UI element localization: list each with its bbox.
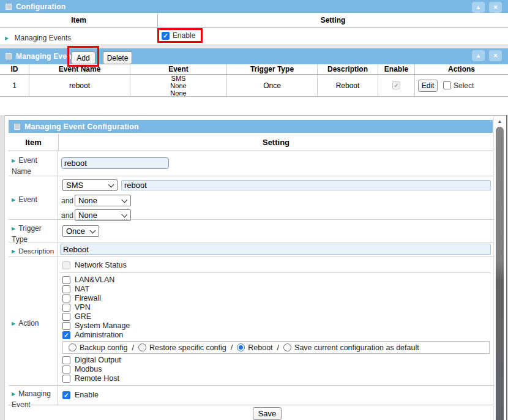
event-label: Event — [18, 195, 37, 204]
restore-config-label: Restore specific config — [149, 343, 226, 352]
event-list-header-row: ID Event Name Event Trigger Type Descrip… — [0, 64, 508, 75]
close-button[interactable]: ✕ — [489, 2, 502, 13]
configuration-column-header-row: Item Setting — [0, 13, 508, 28]
firewall-checkbox[interactable] — [62, 294, 70, 302]
header-trigger-type: Trigger Type — [227, 64, 318, 74]
nat-checkbox[interactable] — [62, 285, 70, 293]
network-status-checkbox — [62, 261, 70, 269]
check-icon: ✓ — [393, 82, 400, 89]
save-default-label: Save current configuration as default — [294, 343, 419, 352]
enable-highlight-box: ✓ Enable — [157, 28, 203, 43]
trigger-type-select[interactable]: Once — [62, 225, 99, 237]
managing-events-enable-checkbox[interactable]: ✓ — [162, 32, 170, 40]
managing-event-item-cell: ▶Managing Event — [9, 386, 58, 405]
check-icon: ✓ — [63, 332, 70, 339]
header-enable: Enable — [378, 64, 415, 74]
description-input[interactable]: Reboot — [60, 244, 491, 255]
action-group-divider — [60, 272, 491, 273]
radio-separator: / — [231, 343, 233, 352]
collapse-button[interactable]: ▲ — [472, 2, 485, 13]
cell-id: 1 — [0, 75, 29, 96]
action-check-row: VPN — [62, 303, 91, 312]
cell-event: SMS None None — [130, 75, 227, 96]
header-event-name: Event Name — [29, 64, 130, 74]
action-check-row: Digital Output — [62, 356, 121, 364]
event-type-select[interactable]: SMS — [62, 179, 118, 191]
bullet-icon: ▶ — [12, 391, 15, 397]
save-button[interactable]: Save — [253, 407, 282, 420]
action-check-row: Remote Host — [62, 374, 119, 383]
reboot-radio[interactable] — [237, 343, 245, 351]
administration-checkbox[interactable]: ✓ — [62, 331, 70, 339]
system-manage-checkbox[interactable] — [62, 322, 70, 330]
event-and-select-1[interactable]: None — [75, 195, 131, 206]
cell-actions: Edit Select — [415, 75, 508, 96]
bullet-icon: ▶ — [12, 158, 15, 163]
restore-config-radio[interactable] — [138, 343, 146, 351]
action-network-status: Network Status — [62, 261, 127, 269]
chevron-down-icon — [122, 211, 128, 217]
edit-button[interactable]: Edit — [418, 80, 438, 92]
description-label: Description — [18, 247, 54, 255]
select-checkbox[interactable] — [443, 81, 451, 89]
action-label: Action — [18, 319, 39, 328]
header-actions: Actions — [415, 64, 508, 74]
configuration-header: Configuration — [0, 0, 508, 13]
action-check-row: LAN&VLAN — [62, 276, 114, 284]
gre-label: GRE — [75, 312, 91, 321]
collapse-button[interactable]: ▲ — [472, 50, 485, 61]
config-header-row: Item Setting — [9, 134, 493, 151]
window-square-icon — [6, 53, 12, 59]
event-list-row: 1 reboot SMS None None Once Reboot ✓ Edi… — [0, 75, 508, 97]
event-name-input[interactable]: reboot — [61, 157, 169, 169]
action-check-row: GRE — [62, 312, 91, 321]
modbus-label: Modbus — [75, 365, 102, 373]
close-button[interactable]: ✕ — [489, 50, 502, 61]
event-row: ▶Event SMS reboot and None and None — [9, 176, 493, 219]
close-icon: ✕ — [493, 53, 498, 59]
event-line: None — [170, 82, 186, 89]
event-value-input[interactable]: reboot — [121, 180, 491, 190]
event-name-item-cell: ▶Event Name — [9, 151, 58, 176]
bullet-icon: ▶ — [12, 321, 15, 326]
scrollbar-track[interactable]: ▲ — [493, 116, 506, 420]
event-name-label: Event Name — [12, 156, 37, 176]
bullet-icon: ▶ — [12, 197, 15, 203]
vpn-checkbox[interactable] — [62, 304, 70, 312]
event-config-table: Item Setting ▶Event Name reboot ▶Event S… — [9, 134, 493, 420]
modbus-checkbox[interactable] — [62, 366, 70, 373]
col-item-header: Item — [0, 13, 158, 27]
cell-description: Reboot — [318, 75, 378, 96]
gre-checkbox[interactable] — [62, 313, 70, 321]
managing-event-row: ▶Managing Event ✓ Enable — [9, 385, 493, 405]
col-setting-header: Setting — [158, 13, 508, 27]
save-row: Save — [9, 405, 493, 420]
managing-events-label: Managing Events — [15, 34, 72, 42]
event-name-row: ▶Event Name reboot — [9, 151, 493, 176]
backup-config-radio[interactable] — [69, 343, 77, 351]
chevron-down-icon — [108, 181, 114, 187]
enable-label: Enable — [75, 391, 99, 399]
collapse-icon: ▲ — [476, 4, 481, 10]
row-enable-checkbox: ✓ — [392, 81, 400, 89]
action-check-row: System Manage — [62, 321, 130, 330]
nat-label: NAT — [75, 285, 89, 293]
collapse-icon: ▲ — [476, 53, 481, 59]
remote-host-checkbox[interactable] — [62, 375, 70, 383]
action-check-row: ✓ Administration — [62, 331, 123, 339]
scrollbar-thumb[interactable] — [496, 127, 504, 420]
trigger-item-cell: ▶Trigger Type — [9, 220, 58, 242]
and-select-1-value: None — [78, 196, 97, 205]
managing-event-enable-checkbox[interactable]: ✓ — [62, 391, 70, 399]
bullet-icon: ▶ — [12, 249, 15, 254]
lan-vlan-checkbox[interactable] — [62, 276, 70, 284]
scroll-up-arrow-icon[interactable]: ▲ — [494, 117, 506, 126]
check-icon: ✓ — [162, 32, 169, 39]
remote-host-label: Remote Host — [75, 374, 119, 383]
header-description: Description — [318, 64, 378, 74]
description-item-cell: ▶Description — [9, 242, 58, 257]
delete-button[interactable]: Delete — [103, 51, 132, 64]
save-default-radio[interactable] — [283, 343, 291, 351]
action-check-row: Modbus — [62, 365, 102, 373]
digital-output-checkbox[interactable] — [62, 356, 70, 364]
